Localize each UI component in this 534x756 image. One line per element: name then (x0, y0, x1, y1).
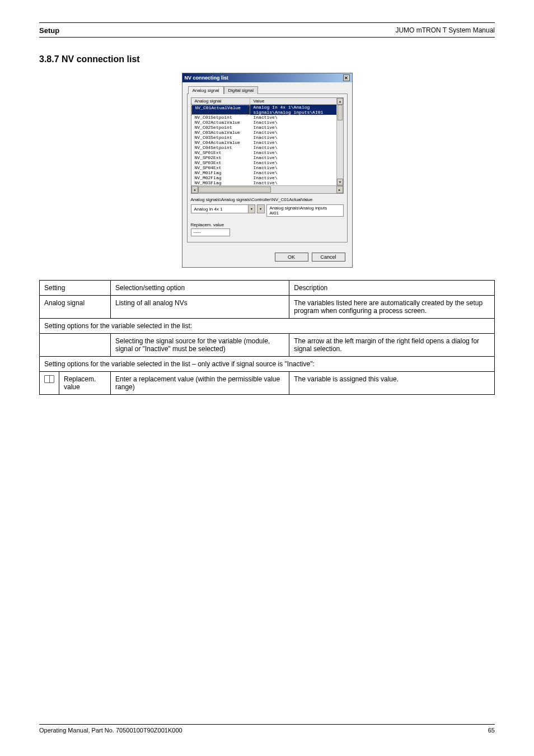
row-value: Inactive\ (250, 145, 343, 150)
table-row[interactable]: NV_C03SetpointInactive\ (191, 135, 343, 140)
row-value: Inactive\ (250, 130, 343, 135)
replacement-label: Replacem. value (191, 222, 344, 227)
cell-analog-description: The variables listed here are automatica… (289, 296, 495, 319)
row-name: NV_C02ActualValue (191, 120, 250, 125)
cell-blank-1 (40, 334, 111, 357)
table-row[interactable]: NV_C03ActualValueInactive\ (191, 130, 343, 135)
book-icon (44, 375, 54, 383)
row-value: Inactive\ (250, 160, 343, 165)
row-name: NV_C03Setpoint (191, 135, 250, 140)
close-icon[interactable]: ✕ (343, 74, 350, 81)
cancel-button[interactable]: Cancel (312, 253, 345, 262)
settings-table: Setting Selection/setting option Descrip… (39, 280, 495, 395)
chevron-down-icon[interactable]: ▾ (248, 205, 255, 213)
row-value: Inactive\ (250, 175, 343, 180)
row-value: Inactive\ (250, 150, 343, 155)
row-name: NV_SP04Ext (191, 165, 250, 170)
row-value: Inactive\ (250, 140, 343, 145)
th-description: Description (289, 281, 495, 296)
table-row[interactable]: NV_M03FlagInactive\ (191, 180, 343, 185)
table-row[interactable]: NV_SP01ExtInactive\ (191, 150, 343, 155)
cell-analog-selection: Listing of all analog NVs (111, 296, 289, 319)
row-name: NV_M01Flag (191, 170, 250, 175)
signal-path: Analog signals\Analog signals\Controller… (191, 197, 344, 202)
ok-button[interactable]: OK (275, 253, 308, 262)
row-value: Inactive\ (250, 170, 343, 175)
table-row[interactable]: NV_SP02ExtInactive\ (191, 155, 343, 160)
row-name: NV_SP03Ext (191, 160, 250, 165)
nv-connecting-dialog: NV connecting list ✕ Analog signal Digit… (182, 73, 353, 268)
row-value: Inactive\ (250, 155, 343, 160)
tab-digital[interactable]: Digital signal (224, 86, 258, 94)
dialog-title: NV connecting list (185, 75, 229, 81)
footer-page: 65 (488, 727, 495, 734)
row-name: NV_C03ActualValue (191, 130, 250, 135)
cell-replacem-description: The variable is assigned this value. (289, 372, 495, 395)
footer-left: Operating Manual, Part No. 70500100T90Z0… (39, 727, 182, 734)
signal-select-value: Analog signals\Analog inputs AI01 (266, 204, 344, 217)
col-name[interactable]: Analog signal (191, 98, 250, 104)
vertical-scrollbar[interactable]: ▴ ▾ (336, 98, 343, 185)
tab-analog[interactable]: Analog signal (188, 86, 224, 94)
cell-source-selection: Selecting the signal source for the vari… (111, 334, 289, 357)
row-value: Inactive\ (250, 115, 343, 120)
cell-replacem-selection: Enter a replacement value (within the pe… (111, 372, 289, 395)
table-row[interactable]: NV_C04ActualValueInactive\ (191, 140, 343, 145)
table-row[interactable]: NV_C02ActualValueInactive\ (191, 120, 343, 125)
row-name: NV_C01ActualValue (191, 105, 250, 115)
h-scroll-thumb[interactable] (198, 186, 271, 193)
signal-list[interactable]: Analog signal Value NV_C01ActualValueAna… (191, 97, 344, 194)
table-row[interactable]: NV_C02SetpointInactive\ (191, 125, 343, 130)
note-icon-cell (40, 372, 59, 395)
replacement-value-field[interactable]: ----- (191, 228, 230, 236)
cell-source-description: The arrow at the left margin of the righ… (289, 334, 495, 357)
cell-replacem: Replacem. value (59, 372, 111, 395)
table-row[interactable]: NV_C01SetpointInactive\ (191, 115, 343, 120)
th-setting: Setting (40, 281, 111, 296)
horizontal-scrollbar[interactable]: ◂ ▸ (191, 185, 343, 193)
table-row[interactable]: NV_SP03ExtInactive\ (191, 160, 343, 165)
table-row[interactable]: NV_C01ActualValueAnalog In 4x 1\Analog s… (191, 105, 343, 115)
row-name: NV_C01Setpoint (191, 115, 250, 120)
header-doc: JUMO mTRON T System Manual (395, 26, 495, 35)
scroll-left-icon[interactable]: ◂ (191, 186, 198, 193)
row-name: NV_M03Flag (191, 180, 250, 185)
th-selection: Selection/setting option (111, 281, 289, 296)
row-value: Inactive\ (250, 125, 343, 130)
module-select-value: Analog In 4x 1 (191, 207, 226, 212)
col-value[interactable]: Value (250, 98, 343, 104)
chevron-down-icon[interactable]: ▾ (257, 205, 264, 213)
row-value: Inactive\ (250, 180, 343, 185)
table-row[interactable]: NV_M02FlagInactive\ (191, 175, 343, 180)
row-name: NV_M02Flag (191, 175, 250, 180)
table-row[interactable]: NV_C04SetpointInactive\ (191, 145, 343, 150)
table-row[interactable]: NV_SP04ExtInactive\ (191, 165, 343, 170)
row-name: NV_C04ActualValue (191, 140, 250, 145)
subhead-1: Setting options for the variable selecte… (40, 319, 495, 334)
row-name: NV_C02Setpoint (191, 125, 250, 130)
row-name: NV_SP01Ext (191, 150, 250, 155)
row-name: NV_SP02Ext (191, 155, 250, 160)
subhead-2: Setting options for the variable selecte… (40, 357, 495, 372)
row-value: Analog In 4x 1\Analog signals\Analog inp… (250, 105, 343, 115)
scroll-right-icon[interactable]: ▸ (336, 186, 343, 193)
section-heading: 3.8.7 NV connection list (0, 38, 534, 64)
row-value: Inactive\ (250, 120, 343, 125)
row-value: Inactive\ (250, 165, 343, 170)
cell-analog-signal: Analog signal (40, 296, 111, 319)
table-row[interactable]: NV_M01FlagInactive\ (191, 170, 343, 175)
row-value: Inactive\ (250, 135, 343, 140)
scroll-down-icon[interactable]: ▾ (337, 179, 343, 185)
row-name: NV_C04Setpoint (191, 145, 250, 150)
module-select[interactable]: Analog In 4x 1 ▾ (191, 204, 255, 213)
signal-select-open[interactable]: ▾ (257, 204, 265, 213)
header-title: Setup (39, 26, 59, 35)
scroll-thumb[interactable] (338, 105, 343, 120)
scroll-up-icon[interactable]: ▴ (337, 98, 343, 105)
